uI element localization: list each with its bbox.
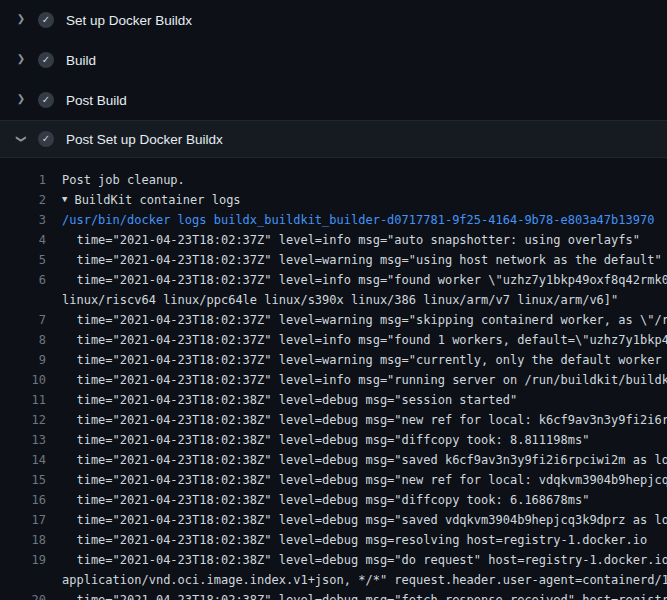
line-number[interactable]: 17 — [0, 510, 62, 530]
line-number[interactable]: 1 — [0, 170, 62, 190]
check-circle-icon: ✓ — [38, 92, 54, 108]
log-line: 19 time="2021-04-23T18:02:38Z" level=deb… — [0, 550, 667, 570]
log-text: linux/riscv64 linux/ppc64le linux/s390x … — [62, 290, 618, 310]
log-line-continuation: linux/riscv64 linux/ppc64le linux/s390x … — [0, 290, 667, 310]
line-number[interactable]: 20 — [0, 590, 62, 600]
log-text: time="2021-04-23T18:02:38Z" level=debug … — [62, 510, 667, 530]
log-text: time="2021-04-23T18:02:38Z" level=debug … — [62, 410, 667, 430]
log-line: 9 time="2021-04-23T18:02:37Z" level=warn… — [0, 350, 667, 370]
log-line: 1 Post job cleanup. — [0, 170, 667, 190]
log-line: 17 time="2021-04-23T18:02:38Z" level=deb… — [0, 510, 667, 530]
line-number[interactable]: 14 — [0, 450, 62, 470]
line-number[interactable]: 5 — [0, 250, 62, 270]
chevron-right-icon: ❯ — [14, 14, 28, 24]
log-text: Post job cleanup. — [62, 170, 185, 190]
step-row-setup-docker-buildx[interactable]: ❯ ✓ Set up Docker Buildx — [0, 0, 667, 40]
line-number[interactable]: 11 — [0, 390, 62, 410]
check-circle-icon: ✓ — [38, 12, 54, 28]
log-line-command: 3 /usr/bin/docker logs buildx_buildkit_b… — [0, 210, 667, 230]
log-line: 11 time="2021-04-23T18:02:38Z" level=deb… — [0, 390, 667, 410]
chevron-down-icon: ❯ — [16, 132, 26, 146]
line-number[interactable]: 18 — [0, 530, 62, 550]
line-number[interactable]: 10 — [0, 370, 62, 390]
log-line: 13 time="2021-04-23T18:02:38Z" level=deb… — [0, 430, 667, 450]
log-command-text: /usr/bin/docker logs buildx_buildkit_bui… — [62, 210, 654, 230]
step-label: Post Build — [66, 93, 127, 108]
chevron-right-icon: ❯ — [14, 94, 28, 104]
log-line: 14 time="2021-04-23T18:02:38Z" level=deb… — [0, 450, 667, 470]
line-number[interactable]: 4 — [0, 230, 62, 250]
line-number[interactable]: 9 — [0, 350, 62, 370]
log-text: time="2021-04-23T18:02:37Z" level=warnin… — [62, 350, 667, 370]
line-number[interactable]: 16 — [0, 490, 62, 510]
log-line: 6 time="2021-04-23T18:02:37Z" level=info… — [0, 270, 667, 290]
check-circle-icon: ✓ — [38, 52, 54, 68]
check-circle-icon: ✓ — [38, 131, 54, 147]
log-line: 12 time="2021-04-23T18:02:38Z" level=deb… — [0, 410, 667, 430]
log-text: time="2021-04-23T18:02:38Z" level=debug … — [62, 450, 667, 470]
log-text: time="2021-04-23T18:02:38Z" level=debug … — [62, 430, 589, 450]
log-text: time="2021-04-23T18:02:37Z" level=info m… — [62, 230, 640, 250]
line-number[interactable]: 2 — [0, 190, 62, 210]
log-text: time="2021-04-23T18:02:37Z" level=info m… — [62, 370, 667, 390]
line-number[interactable]: 8 — [0, 330, 62, 350]
log-line-continuation: application/vnd.oci.image.index.v1+json,… — [0, 570, 667, 590]
log-line: 8 time="2021-04-23T18:02:37Z" level=info… — [0, 330, 667, 350]
log-line: 18 time="2021-04-23T18:02:38Z" level=deb… — [0, 530, 667, 550]
line-number — [0, 290, 62, 310]
log-line: 5 time="2021-04-23T18:02:37Z" level=warn… — [0, 250, 667, 270]
log-text: time="2021-04-23T18:02:37Z" level=info m… — [62, 330, 667, 350]
log-text: time="2021-04-23T18:02:38Z" level=debug … — [62, 470, 667, 490]
chevron-right-icon: ❯ — [14, 54, 28, 64]
line-number[interactable]: 3 — [0, 210, 62, 230]
log-line: 7 time="2021-04-23T18:02:37Z" level=warn… — [0, 310, 667, 330]
step-row-post-setup-docker-buildx[interactable]: ❯ ✓ Post Set up Docker Buildx — [0, 120, 667, 158]
triangle-down-icon: ▼ — [62, 189, 67, 209]
line-number[interactable]: 12 — [0, 410, 62, 430]
log-text: time="2021-04-23T18:02:38Z" level=debug … — [62, 390, 517, 410]
log-text: time="2021-04-23T18:02:38Z" level=debug … — [62, 590, 667, 600]
line-number[interactable]: 19 — [0, 550, 62, 570]
log-text: time="2021-04-23T18:02:37Z" level=warnin… — [62, 310, 667, 330]
line-number[interactable]: 15 — [0, 470, 62, 490]
workflow-steps: ❯ ✓ Set up Docker Buildx ❯ ✓ Build ❯ ✓ P… — [0, 0, 667, 158]
step-row-build[interactable]: ❯ ✓ Build — [0, 40, 667, 80]
log-text: time="2021-04-23T18:02:38Z" level=debug … — [62, 490, 589, 510]
log-line: 4 time="2021-04-23T18:02:37Z" level=info… — [0, 230, 667, 250]
log-group-title: BuildKit container logs — [74, 190, 240, 210]
step-label: Build — [66, 53, 96, 68]
log-line: 15 time="2021-04-23T18:02:38Z" level=deb… — [0, 470, 667, 490]
step-label: Post Set up Docker Buildx — [66, 132, 223, 147]
log-text: application/vnd.oci.image.index.v1+json,… — [62, 570, 667, 590]
log-line: 10 time="2021-04-23T18:02:37Z" level=inf… — [0, 370, 667, 390]
log-group-toggle[interactable]: 2 ▼ BuildKit container logs — [0, 190, 667, 210]
step-label: Set up Docker Buildx — [66, 13, 192, 28]
line-number — [0, 570, 62, 590]
log-line: 16 time="2021-04-23T18:02:38Z" level=deb… — [0, 490, 667, 510]
log-text: time="2021-04-23T18:02:38Z" level=debug … — [62, 530, 647, 550]
line-number[interactable]: 13 — [0, 430, 62, 450]
log-line: 20 time="2021-04-23T18:02:38Z" level=deb… — [0, 590, 667, 600]
line-number[interactable]: 6 — [0, 270, 62, 290]
log-output: 1 Post job cleanup. 2 ▼ BuildKit contain… — [0, 158, 667, 600]
line-number[interactable]: 7 — [0, 310, 62, 330]
log-text: time="2021-04-23T18:02:38Z" level=debug … — [62, 550, 667, 570]
log-text: time="2021-04-23T18:02:37Z" level=warnin… — [62, 250, 662, 270]
log-text: time="2021-04-23T18:02:37Z" level=info m… — [62, 270, 667, 290]
step-row-post-build[interactable]: ❯ ✓ Post Build — [0, 80, 667, 120]
